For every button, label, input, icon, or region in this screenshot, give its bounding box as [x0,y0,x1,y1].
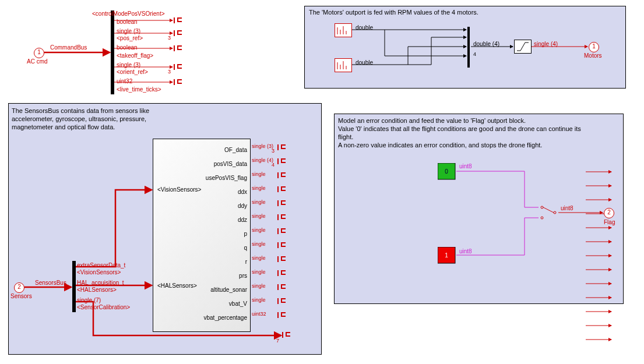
sub-out-ddx: ddx [238,189,247,195]
switch-out-type: uint8 [561,205,573,211]
sub-out-usePosVIS_flag-term[interactable] [277,172,287,178]
cmd-term-0[interactable] [174,17,183,23]
saturate-block[interactable] [514,40,532,54]
sub-out-vbat_V: vbat_V [229,301,247,307]
outport-flag[interactable]: 2 [604,208,614,218]
sub-out-usePosVIS_flag: usePosVIS_flag [206,175,247,181]
sub-out-ddz-term[interactable] [277,214,287,220]
flag-note: Model an error condition and feed the va… [338,116,583,149]
cmd-term-4[interactable] [174,64,183,70]
sub-out-ddy-type: single [252,199,266,205]
sel-i2-type: single (7) [77,297,101,303]
inport-2[interactable]: 2 [14,282,24,293]
sub-out-OF_data: OF_data [224,147,247,153]
sub-pass-dim: 7 [276,338,279,344]
sub-pass-term[interactable] [282,332,291,338]
const-one-type: uint8 [459,248,472,255]
inport-1[interactable]: 1 [34,48,44,58]
sub-out-posVIS_data-dim: 4 [272,162,275,168]
sub-out-prs-term[interactable] [277,270,287,276]
cmd-header: <controlModePosVSOrient> [92,10,165,17]
sub-out-r-term[interactable] [277,256,287,262]
sub-out-vbat_V-type: single [252,297,266,303]
commandbus-selector[interactable] [111,10,114,94]
sub-out-posVIS_data: posVIS_data [214,161,247,167]
sel-i0-type: extraSensorData_t [77,262,125,268]
inport-1-name: AC cmd [27,58,48,65]
sub-out-p-type: single [252,227,266,233]
cmd-i4-type: single (3) [117,62,140,68]
manual-switch[interactable] [540,204,557,221]
motors-src-2-type: double [356,59,373,66]
sel-i1-type: HAL_acquisition_t [77,280,124,286]
sub-out-r-type: single [252,255,266,261]
svg-text:1: 1 [445,252,448,259]
cmd-i2-type: boolean [117,44,138,51]
cmd-i1-sel: <pos_ref> [117,35,143,41]
cmd-i6-sel: <live_time_ticks> [117,86,161,93]
sub-out-posVIS_data-term[interactable] [277,158,287,164]
sub-out-p-term[interactable] [277,228,287,234]
inport-2-name: Sensors [10,293,32,299]
sub-out-r: r [245,259,247,265]
svg-rect-2 [438,247,455,263]
cmd-i4-dim: 3 [168,69,171,75]
sel-i1-sel: <HALSensors> [77,287,117,293]
motors-area [304,6,626,89]
sub-out-ddx-type: single [252,185,266,191]
const-one[interactable]: 1 [438,247,455,263]
sel-i2-sel: <SensorCalibration> [77,304,130,310]
sub-out-OF_data-dim: 3 [272,148,275,154]
sub-out-ddz-type: single [252,213,266,219]
outport-motors-name: Motors [584,52,602,59]
sub-out-OF_data-term[interactable] [277,144,287,150]
sub-out-altitude_sonar-term[interactable] [277,284,287,290]
svg-point-5 [541,217,543,219]
sub-out-vbat_V-term[interactable] [277,298,287,304]
motors-mux-dim: 4 [473,51,476,57]
svg-point-6 [554,211,556,214]
motors-src-2[interactable] [335,58,352,72]
cmd-i4-sel: <orient_ref> [117,69,148,75]
sub-out-usePosVIS_flag-type: single [252,171,266,177]
sensors-note: The SensorsBus contains data from sensor… [12,107,186,131]
sensors-selector[interactable] [72,261,76,312]
inport-2-bus: SensorsBus [35,280,66,286]
cmd-term-5[interactable] [174,79,183,85]
const-zero[interactable]: 0 [438,163,455,179]
outport-motors[interactable]: 1 [589,42,599,52]
svg-text:0: 0 [445,168,448,175]
cmd-i0-type: boolean [117,19,138,25]
motors-src-1-type: double [356,24,373,31]
sub-out-ddy: ddy [238,203,247,209]
sub-out-ddz: ddz [238,217,247,223]
cmd-i3-sel: <takeoff_flag> [117,52,153,59]
sub-out-q-type: single [252,241,266,247]
sub-out-vbat_percentage-term[interactable] [277,312,287,318]
sub-out-vbat_percentage-type: uint32 [252,311,266,317]
motors-mux[interactable] [467,27,470,68]
motors-sat-out: single (4) [534,41,558,47]
cmd-term-2[interactable] [174,45,183,51]
motors-mux-out: double (4) [473,41,499,47]
sub-out-q-term[interactable] [277,242,287,248]
sub-out-vbat_percentage: vbat_percentage [203,314,247,321]
sub-in-vision: <VisionSensors> [157,186,201,193]
sub-out-ddy-term[interactable] [277,200,287,206]
svg-point-4 [541,206,543,208]
sel-i0-sel: <VisionSensors> [77,269,121,275]
inport-1-bus: CommandBus [50,44,87,51]
sub-out-p: p [244,231,247,237]
sub-out-prs-type: single [252,269,266,275]
sub-out-prs: prs [239,273,247,279]
sub-out-OF_data-type: single (3) [252,143,273,149]
sub-out-ddx-term[interactable] [277,186,287,192]
motors-src-1[interactable] [335,23,352,37]
svg-rect-0 [438,163,455,179]
cmd-i1-dim: 3 [168,35,171,41]
cmd-term-1[interactable] [174,30,183,36]
sub-out-posVIS_data-type: single (4) [252,157,273,163]
sub-in-hal: <HALSensors> [157,282,197,289]
const-zero-type: uint8 [459,163,472,169]
outport-flag-name: Flag [604,219,615,225]
